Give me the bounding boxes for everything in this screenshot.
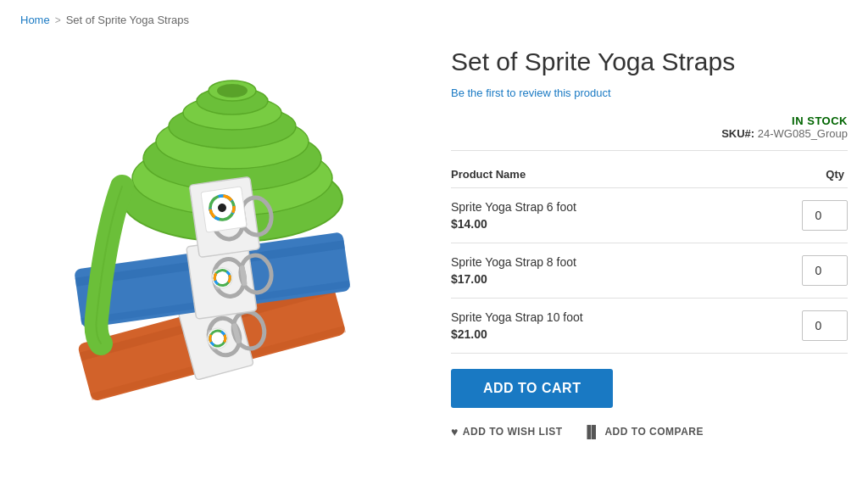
table-row: Sprite Yoga Strap 6 foot $14.00 <box>451 188 848 243</box>
product-title: Set of Sprite Yoga Straps <box>451 47 848 77</box>
svg-point-32 <box>217 84 248 98</box>
table-row: Sprite Yoga Strap 8 foot $17.00 <box>451 243 848 299</box>
qty-input-2[interactable] <box>802 310 848 341</box>
product-row-cell: Sprite Yoga Strap 8 foot $17.00 <box>451 243 745 299</box>
product-layout: Set of Sprite Yoga Straps Be the first t… <box>20 47 848 454</box>
add-to-cart-button[interactable]: Add to Cart <box>451 369 613 408</box>
stock-sku-row: IN STOCK SKU#: 24-WG085_Group <box>451 114 848 140</box>
compare-link[interactable]: ▐▌ ADD TO COMPARE <box>583 425 704 438</box>
col-product-name: Product Name <box>451 161 745 188</box>
qty-input-0[interactable] <box>802 200 848 231</box>
product-info-col: Set of Sprite Yoga Straps Be the first t… <box>451 47 848 438</box>
product-row-cell: Sprite Yoga Strap 10 foot $21.00 <box>451 299 745 354</box>
sku-label: SKU#: <box>721 127 754 140</box>
product-row-price: $21.00 <box>451 327 745 341</box>
breadcrumb-separator: > <box>55 14 61 26</box>
table-header-row: Product Name Qty <box>451 161 848 188</box>
qty-cell <box>745 243 848 299</box>
sku-value: 24-WG085_Group <box>758 127 848 140</box>
product-row-name: Sprite Yoga Strap 6 foot <box>451 200 745 214</box>
action-links: ♥ ADD TO WISH LIST ▐▌ ADD TO COMPARE <box>451 425 848 438</box>
page-wrapper: Home > Set of Sprite Yoga Straps <box>0 0 868 467</box>
wish-list-label: ADD TO WISH LIST <box>463 426 563 438</box>
qty-cell <box>745 188 848 243</box>
table-row: Sprite Yoga Strap 10 foot $21.00 <box>451 299 848 354</box>
breadcrumb-home-link[interactable]: Home <box>20 14 50 26</box>
heart-icon: ♥ <box>451 425 459 438</box>
col-qty: Qty <box>745 161 848 188</box>
product-image-col <box>20 47 410 454</box>
product-image-wrapper <box>20 47 410 454</box>
qty-cell <box>745 299 848 354</box>
breadcrumb-current: Set of Sprite Yoga Straps <box>66 14 189 26</box>
breadcrumb: Home > Set of Sprite Yoga Straps <box>20 14 848 26</box>
product-image <box>37 47 393 454</box>
qty-input-1[interactable] <box>802 255 848 286</box>
product-row-cell: Sprite Yoga Strap 6 foot $14.00 <box>451 188 745 243</box>
review-link[interactable]: Be the first to review this product <box>451 87 611 99</box>
compare-label: ADD TO COMPARE <box>604 426 704 438</box>
wish-list-link[interactable]: ♥ ADD TO WISH LIST <box>451 425 563 438</box>
product-row-price: $17.00 <box>451 272 745 286</box>
product-row-name: Sprite Yoga Strap 8 foot <box>451 255 745 269</box>
stock-status: IN STOCK <box>792 114 848 127</box>
sku-line: SKU#: 24-WG085_Group <box>721 127 848 140</box>
compare-icon: ▐▌ <box>583 425 601 438</box>
product-row-price: $14.00 <box>451 217 745 231</box>
product-row-name: Sprite Yoga Strap 10 foot <box>451 310 745 324</box>
divider-top <box>451 150 848 151</box>
products-table: Product Name Qty Sprite Yoga Strap 6 foo… <box>451 161 848 354</box>
